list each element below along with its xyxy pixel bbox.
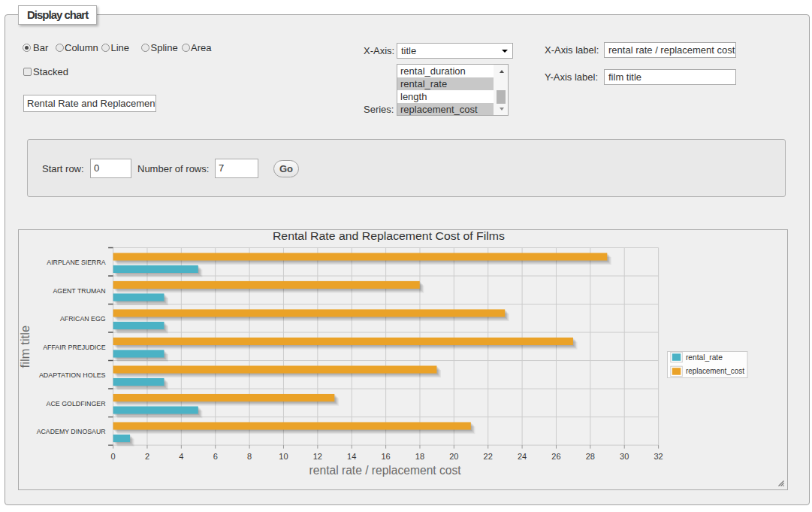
svg-text:20: 20 (449, 452, 458, 461)
svg-text:22: 22 (484, 452, 493, 461)
svg-text:rental_rate: rental_rate (686, 352, 723, 361)
svg-text:ACADEMY DINOSAUR: ACADEMY DINOSAUR (37, 428, 106, 435)
svg-text:0: 0 (111, 452, 116, 461)
svg-text:Rental Rate and Replacement Co: Rental Rate and Replacement Cost of Film… (273, 230, 505, 242)
svg-text:30: 30 (620, 452, 629, 461)
svg-text:10: 10 (279, 452, 288, 461)
svg-text:ADAPTATION HOLES: ADAPTATION HOLES (39, 371, 106, 379)
svg-text:replacement_cost: replacement_cost (686, 366, 744, 375)
svg-text:28: 28 (586, 452, 595, 461)
svg-text:32: 32 (654, 452, 663, 461)
svg-text:4: 4 (179, 452, 183, 461)
svg-text:8: 8 (247, 452, 252, 461)
svg-text:12: 12 (313, 452, 322, 461)
svg-text:AGENT TRUMAN: AGENT TRUMAN (53, 286, 105, 294)
svg-text:rental rate / replacement cost: rental rate / replacement cost (309, 464, 462, 477)
svg-text:film title: film title (19, 325, 32, 368)
svg-text:26: 26 (551, 452, 560, 461)
svg-text:ACE GOLDFINGER: ACE GOLDFINGER (47, 399, 106, 407)
svg-text:AFRICAN EGG: AFRICAN EGG (60, 315, 106, 323)
svg-text:AFFAIR PREJUDICE: AFFAIR PREJUDICE (43, 343, 105, 350)
svg-text:14: 14 (347, 452, 356, 461)
svg-text:6: 6 (213, 452, 218, 461)
svg-text:2: 2 (145, 452, 149, 461)
svg-text:AIRPLANE SIERRA: AIRPLANE SIERRA (47, 259, 106, 266)
svg-text:16: 16 (381, 452, 390, 461)
svg-text:18: 18 (415, 452, 424, 461)
svg-text:24: 24 (518, 452, 527, 461)
